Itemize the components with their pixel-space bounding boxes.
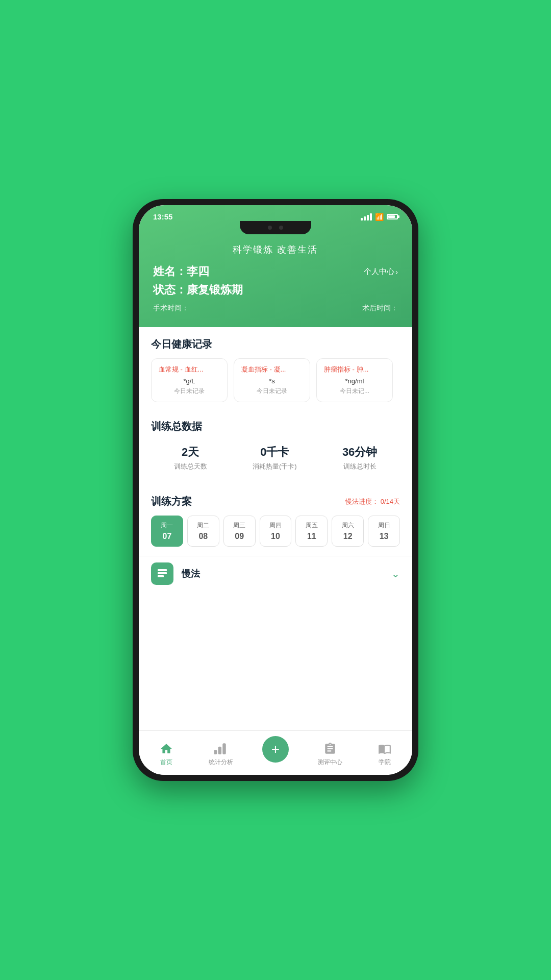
plan-header: 训练方案 慢法进度： 0/14天 — [151, 495, 400, 508]
week-day-4[interactable]: 周四 10 — [260, 516, 292, 547]
nav-home[interactable]: 首页 — [139, 742, 193, 767]
nav-eval-label: 测评中心 — [318, 758, 342, 767]
card-unit-3: *ng/ml — [324, 377, 385, 385]
stat-days: 2天 训练总天数 — [174, 445, 207, 471]
manfa-section[interactable]: 慢法 ⌄ — [139, 556, 412, 591]
plan-progress: 慢法进度： 0/14天 — [345, 497, 400, 506]
stat-duration-label: 训练总时长 — [342, 462, 377, 471]
svg-rect-0 — [158, 569, 167, 571]
header-area: 13:55 📶 — [139, 205, 412, 327]
post-surgery-time-label: 术后时间： — [362, 304, 398, 313]
health-records-title: 今日健康记录 — [151, 337, 400, 351]
train-stats-grid: 2天 训练总天数 0千卡 消耗热量(千卡) 36分钟 训练总时长 — [151, 440, 400, 479]
week-day-1[interactable]: 周一 07 — [151, 516, 183, 547]
stat-days-label: 训练总天数 — [174, 462, 207, 471]
user-dates: 手术时间： 术后时间： — [153, 304, 398, 315]
card-unit-2: *s — [241, 377, 303, 385]
manfa-icon — [151, 562, 173, 585]
app-title: 科学锻炼 改善生活 — [139, 243, 412, 256]
card-status-1: 今日未记录 — [159, 387, 220, 396]
personal-center-link[interactable]: 个人中心 › — [364, 267, 398, 277]
add-icon[interactable]: + — [262, 736, 289, 763]
svg-rect-2 — [158, 575, 164, 577]
health-records-section: 今日健康记录 血常规 - 血红... *g/L 今日未记录 凝血指标 - 凝..… — [139, 327, 412, 409]
card-title-2: 凝血指标 - 凝... — [241, 365, 303, 374]
surgery-time-label: 手术时间： — [153, 304, 189, 313]
week-day-6[interactable]: 周六 12 — [332, 516, 364, 547]
home-icon — [159, 742, 173, 756]
manfa-label: 慢法 — [182, 568, 391, 580]
user-name-row: 姓名：李四 个人中心 › — [153, 264, 398, 279]
health-card-1[interactable]: 血常规 - 血红... *g/L 今日未记录 — [151, 358, 228, 402]
card-title-3: 肿瘤指标 - 肿... — [324, 365, 385, 374]
train-plan-section: 训练方案 慢法进度： 0/14天 周一 07 周二 08 — [139, 484, 412, 552]
battery-icon — [387, 214, 398, 219]
nav-stats-label: 统计分析 — [209, 758, 233, 767]
bottom-nav: 首页 统计分析 + 测评中心 — [139, 730, 412, 775]
wifi-icon: 📶 — [375, 213, 384, 221]
card-status-3: 今日未记... — [324, 387, 385, 396]
chart-icon — [214, 742, 228, 756]
nav-home-label: 首页 — [160, 758, 172, 767]
svg-rect-1 — [158, 572, 167, 574]
status-icons: 📶 — [361, 213, 398, 221]
clipboard-icon — [323, 742, 337, 756]
notch — [240, 221, 311, 234]
stat-calories-label: 消耗热量(千卡) — [253, 462, 297, 471]
stat-calories-value: 0千卡 — [253, 445, 297, 460]
week-row: 周一 07 周二 08 周三 09 周四 10 — [151, 516, 400, 547]
stat-duration-value: 36分钟 — [342, 445, 377, 460]
chevron-right-icon: › — [395, 267, 398, 276]
user-info: 姓名：李四 个人中心 › 状态：康复锻炼期 手术时间： 术后时间： — [139, 256, 412, 315]
health-card-3[interactable]: 肿瘤指标 - 肿... *ng/ml 今日未记... — [316, 358, 393, 402]
manfa-chevron-icon: ⌄ — [391, 568, 400, 580]
time-display: 13:55 — [153, 212, 172, 221]
user-name-label: 姓名：李四 — [153, 264, 209, 279]
stat-duration: 36分钟 训练总时长 — [342, 445, 377, 471]
phone-frame: 13:55 📶 — [133, 199, 418, 781]
train-stats-title: 训练总数据 — [151, 420, 400, 433]
signal-icon — [361, 213, 372, 220]
sensor-dot — [279, 226, 283, 230]
camera-dot — [268, 226, 272, 230]
stat-days-value: 2天 — [174, 445, 207, 460]
nav-academy-label: 学院 — [379, 758, 391, 767]
main-content: 今日健康记录 血常规 - 血红... *g/L 今日未记录 凝血指标 - 凝..… — [139, 327, 412, 730]
week-day-7[interactable]: 周日 13 — [368, 516, 400, 547]
week-day-3[interactable]: 周三 09 — [223, 516, 256, 547]
nav-academy[interactable]: 学院 — [358, 742, 412, 767]
stat-calories: 0千卡 消耗热量(千卡) — [253, 445, 297, 471]
card-unit-1: *g/L — [159, 377, 220, 385]
health-cards-list[interactable]: 血常规 - 血红... *g/L 今日未记录 凝血指标 - 凝... *s 今日… — [151, 358, 400, 404]
train-stats-section: 训练总数据 2天 训练总天数 0千卡 消耗热量(千卡) 36分钟 训练总时长 — [139, 409, 412, 484]
week-day-2[interactable]: 周二 08 — [187, 516, 219, 547]
plan-title: 训练方案 — [151, 495, 192, 508]
book-icon — [378, 742, 392, 756]
nav-add[interactable]: + — [248, 736, 303, 763]
card-title-1: 血常规 - 血红... — [159, 365, 220, 374]
week-day-5[interactable]: 周五 11 — [295, 516, 328, 547]
card-status-2: 今日未记录 — [241, 387, 303, 396]
nav-eval[interactable]: 测评中心 — [303, 742, 358, 767]
nav-stats[interactable]: 统计分析 — [193, 742, 248, 767]
health-card-2[interactable]: 凝血指标 - 凝... *s 今日未记录 — [234, 358, 310, 402]
phone-screen: 13:55 📶 — [139, 205, 412, 775]
user-status-label: 状态：康复锻炼期 — [153, 282, 398, 298]
